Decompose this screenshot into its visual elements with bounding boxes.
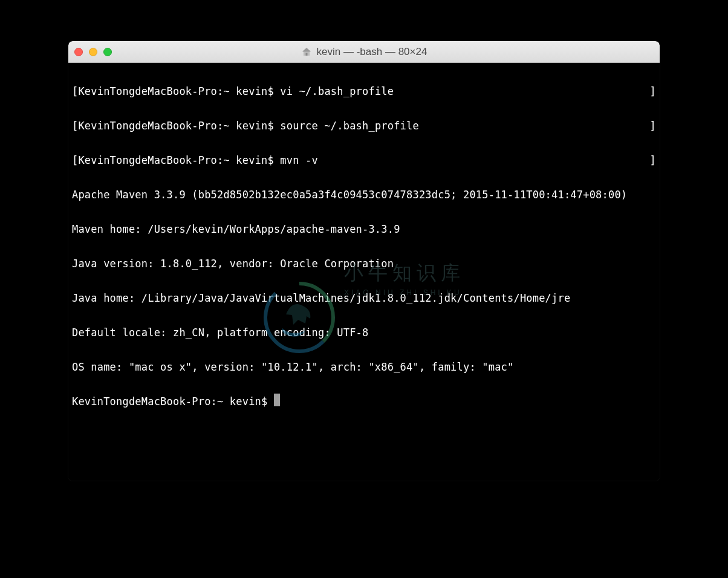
command-3: mvn -v: [280, 154, 318, 166]
bracket-close-1: ]: [650, 83, 656, 100]
prompt-3: KevinTongdeMacBook-Pro:~ kevin$: [78, 154, 273, 166]
bracket-open-2: [: [72, 120, 78, 132]
traffic-lights: [74, 48, 112, 56]
output-line-6: OS name: "mac os x", version: "10.12.1",…: [72, 359, 656, 376]
home-icon: [301, 47, 312, 57]
svg-rect-2: [305, 53, 307, 56]
minimize-button[interactable]: [89, 48, 97, 56]
bracket-close-3: ]: [650, 152, 656, 169]
window-title: kevin — -bash — 80×24: [317, 46, 427, 58]
prompt-2: KevinTongdeMacBook-Pro:~ kevin$: [78, 120, 273, 132]
bracket-open-3: [: [72, 154, 78, 166]
prompt-1: KevinTongdeMacBook-Pro:~ kevin$: [78, 85, 273, 97]
command-2: source ~/.bash_profile: [280, 120, 419, 132]
output-line-4: Java home: /Library/Java/JavaVirtualMach…: [72, 290, 656, 307]
command-line-2: [KevinTongdeMacBook-Pro:~ kevin$ source …: [72, 117, 656, 135]
output-line-2: Maven home: /Users/kevin/WorkApps/apache…: [72, 221, 656, 238]
bracket-open-1: [: [72, 85, 78, 97]
svg-marker-1: [302, 48, 311, 51]
prompt-current: KevinTongdeMacBook-Pro:~ kevin$: [72, 395, 267, 408]
terminal-body[interactable]: [KevinTongdeMacBook-Pro:~ kevin$ vi ~/.b…: [68, 63, 660, 481]
output-line-1: Apache Maven 3.3.9 (bb52d8502b132ec0a5a3…: [72, 186, 656, 204]
output-line-5: Default locale: zh_CN, platform encoding…: [72, 324, 656, 342]
bracket-close-2: ]: [650, 117, 656, 135]
command-line-3: [KevinTongdeMacBook-Pro:~ kevin$ mvn -v]: [72, 152, 656, 169]
title-bar: kevin — -bash — 80×24: [68, 41, 660, 63]
title-bar-center: kevin — -bash — 80×24: [68, 46, 660, 58]
command-1: vi ~/.bash_profile: [280, 85, 394, 97]
zoom-button[interactable]: [103, 48, 112, 56]
cursor: [274, 394, 280, 406]
svg-rect-0: [304, 51, 309, 56]
terminal-window: kevin — -bash — 80×24 [KevinTongdeMacBoo…: [68, 41, 660, 481]
close-button[interactable]: [74, 48, 83, 56]
output-line-3: Java version: 1.8.0_112, vendor: Oracle …: [72, 255, 656, 273]
current-prompt-line: KevinTongdeMacBook-Pro:~ kevin$: [72, 393, 656, 411]
command-line-1: [KevinTongdeMacBook-Pro:~ kevin$ vi ~/.b…: [72, 83, 656, 100]
